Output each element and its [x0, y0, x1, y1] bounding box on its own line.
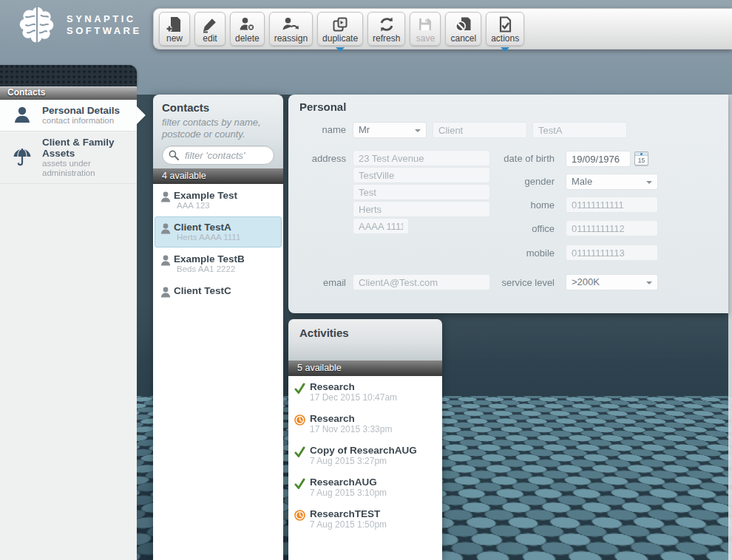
address-line-3-input[interactable]: [353, 184, 490, 200]
calendar-icon-top: [635, 152, 648, 156]
activity-row[interactable]: Research17 Dec 2015 10:47am: [288, 376, 442, 408]
dropdown-caret-icon: [501, 47, 509, 52]
title-select[interactable]: Mr: [353, 122, 427, 138]
delete-button-label: delete: [235, 34, 260, 44]
activity-date: 7 Aug 2015 3:10pm: [310, 488, 438, 498]
delete-button[interactable]: delete: [230, 12, 265, 46]
refresh-button-label: refresh: [373, 34, 400, 44]
calendar-icon-day: 15: [635, 156, 648, 165]
brand-line1: SYNAPTIC: [67, 13, 142, 25]
mobile-label: mobile: [490, 247, 555, 259]
reassign-button[interactable]: reassign: [269, 12, 313, 46]
contact-person-icon: [160, 287, 171, 298]
address-line-1-input[interactable]: [353, 150, 490, 166]
email-input[interactable]: [353, 274, 490, 290]
contacts-count-bar: 4 available: [153, 168, 283, 184]
contact-row[interactable]: Client TestAHerts AAAA 1111: [155, 216, 282, 247]
selected-item-arrow: [137, 106, 146, 124]
home-phone-input[interactable]: [566, 197, 658, 213]
sidebar-item-title: Client & Family Assets: [42, 137, 132, 159]
activity-date: 7 Aug 2015 3:27pm: [310, 456, 438, 466]
personal-panel: Personal name Mr address date of birth 1…: [288, 95, 728, 313]
duplicate-button[interactable]: duplicate: [317, 12, 363, 46]
address-line-4-input[interactable]: [353, 201, 490, 217]
person-icon: [12, 105, 33, 126]
clock-icon: [294, 414, 305, 426]
last-name-input[interactable]: [532, 122, 627, 138]
service-level-select[interactable]: >200K: [566, 274, 658, 290]
dob-input[interactable]: [566, 151, 631, 167]
first-name-input[interactable]: [433, 122, 527, 138]
actions-icon: [496, 16, 514, 33]
check-icon: [294, 383, 305, 394]
contact-detail: Beds AA1 2222: [174, 264, 278, 274]
brand-logo: SYNAPTIC SOFTWARE: [16, 4, 142, 46]
mobile-phone-input[interactable]: [566, 245, 658, 261]
address-line-2-input[interactable]: [353, 167, 490, 183]
edit-button-label: edit: [203, 34, 217, 44]
sidebar-items: Personal Detailscontact informationClien…: [0, 100, 137, 560]
contact-row[interactable]: Example TestAAA 123: [155, 185, 282, 216]
address-line-5-input[interactable]: [353, 218, 409, 234]
vertical-scrollbar[interactable]: [728, 95, 732, 560]
reassign-button-label: reassign: [274, 34, 308, 44]
activity-date: 7 Aug 2015 1:50pm: [310, 519, 438, 530]
edit-button[interactable]: edit: [194, 12, 226, 46]
activity-row[interactable]: Research17 Nov 2015 3:33pm: [288, 408, 442, 440]
activity-date: 17 Nov 2015 3:33pm: [310, 424, 438, 434]
chevron-down-icon: [415, 129, 421, 132]
sidebar-item-personal-details[interactable]: Personal Detailscontact information: [0, 100, 137, 132]
refresh-button[interactable]: refresh: [367, 12, 405, 46]
sidebar-item-client-family-assets[interactable]: Client & Family Assetsassets under admin…: [0, 132, 137, 184]
activity-name: Research: [310, 413, 438, 424]
contact-row[interactable]: Client TestC: [155, 280, 282, 304]
personal-panel-title: Personal: [299, 100, 346, 113]
address-label: address: [288, 153, 346, 164]
gender-select[interactable]: Male: [566, 174, 658, 190]
sidebar-item-title: Personal Details: [42, 105, 132, 116]
duplicate-button-label: duplicate: [322, 34, 358, 44]
address-fields: [353, 150, 490, 235]
actions-button[interactable]: actions: [486, 12, 524, 46]
sidebar-item-subtitle: assets under administration: [42, 159, 132, 178]
contacts-list: Example TestAAA 123Client TestAHerts AAA…: [153, 184, 283, 560]
activity-row[interactable]: ResearchTEST7 Aug 2015 1:50pm: [288, 503, 442, 535]
contact-name: Client TestC: [174, 285, 278, 296]
contact-row[interactable]: Example TestBBeds AA1 2222: [155, 248, 282, 279]
save-button-label: save: [416, 34, 435, 44]
brain-logo-icon: [16, 4, 58, 46]
activities-list: Research17 Dec 2015 10:47amResearch17 No…: [288, 376, 442, 560]
activity-row[interactable]: ResearchAUG7 Aug 2015 3:10pm: [288, 471, 442, 503]
refresh-icon: [378, 16, 396, 33]
new-button-label: new: [166, 34, 183, 44]
contact-detail: AAA 123: [174, 201, 278, 211]
new-button[interactable]: new: [159, 12, 190, 46]
dropdown-caret-icon: [336, 47, 345, 52]
title-select-value: Mr: [359, 124, 370, 135]
office-phone-input[interactable]: [566, 220, 658, 236]
contact-name: Example TestB: [174, 253, 278, 264]
activities-panel-title: Activities: [299, 327, 431, 339]
check-icon: [294, 478, 305, 489]
brand-line2: SOFTWARE: [67, 25, 142, 37]
cancel-button-label: cancel: [450, 34, 476, 44]
home-label: home: [490, 199, 555, 211]
activity-date: 17 Dec 2015 10:47am: [310, 392, 438, 403]
calendar-icon[interactable]: 15: [634, 151, 648, 165]
clock-icon: [294, 510, 305, 521]
activity-row[interactable]: Copy of ResearchAUG7 Aug 2015 3:27pm: [288, 440, 442, 471]
contacts-panel-header: Contacts filter contacts by name, postco…: [153, 95, 283, 168]
dob-label: date of birth: [490, 153, 555, 164]
cancel-button[interactable]: cancel: [445, 12, 481, 46]
save-icon: [416, 16, 434, 33]
sidebar: Contacts Personal Detailscontact informa…: [0, 65, 137, 560]
activities-panel: Activities 5 available Research17 Dec 20…: [288, 319, 442, 560]
new-icon: [166, 16, 183, 33]
contact-name: Client TestA: [174, 222, 278, 233]
service-level-label: service level: [490, 277, 555, 288]
chevron-down-icon: [646, 281, 652, 284]
name-label: name: [288, 124, 346, 135]
sidebar-tab-contacts[interactable]: Contacts: [0, 86, 137, 100]
reassign-icon: [282, 16, 299, 33]
sidebar-pattern-cap: [0, 65, 137, 86]
